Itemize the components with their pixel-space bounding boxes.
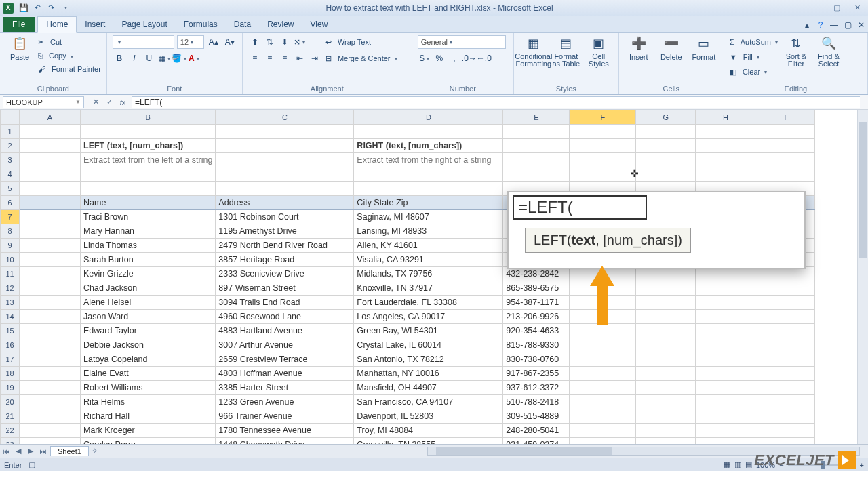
workbook-close-icon[interactable]: ✕: [854, 18, 868, 32]
cell-A10[interactable]: [20, 253, 81, 267]
cell-E14[interactable]: 213-206-9926: [503, 310, 570, 324]
cell-G12[interactable]: [636, 281, 696, 296]
cell-D18[interactable]: Manhattan, NY 10016: [354, 367, 503, 381]
cell-F3[interactable]: [570, 153, 636, 167]
new-sheet-icon[interactable]: ✧: [89, 447, 101, 455]
cell-A5[interactable]: [20, 182, 81, 196]
cell-B16[interactable]: Debbie Jackson: [81, 338, 216, 352]
tab-nav-first-icon[interactable]: ⏮: [0, 447, 12, 455]
cell-D22[interactable]: Troy, MI 48084: [354, 424, 503, 438]
cell-D13[interactable]: Fort Lauderdale, FL 33308: [354, 296, 503, 310]
cell-I19[interactable]: [755, 381, 815, 395]
cell-H1[interactable]: [696, 125, 755, 139]
cell-H18[interactable]: [696, 367, 755, 381]
decrease-decimal-icon[interactable]: ←.0: [477, 52, 491, 65]
border-button[interactable]: ▦: [157, 52, 171, 65]
row-header-10[interactable]: 10: [1, 253, 20, 267]
cell-C20[interactable]: 1233 Green Avenue: [216, 395, 354, 409]
cell-C15[interactable]: 4883 Hartland Avenue: [216, 324, 354, 338]
row-header-14[interactable]: 14: [1, 310, 20, 324]
increase-indent-icon[interactable]: ⇥: [308, 52, 321, 65]
col-header-H[interactable]: H: [696, 110, 755, 125]
row-header-11[interactable]: 11: [1, 267, 20, 281]
restore-icon[interactable]: ▢: [829, 3, 845, 14]
cell-H2[interactable]: [696, 139, 755, 153]
cell-D15[interactable]: Green Bay, WI 54301: [354, 324, 503, 338]
cell-H19[interactable]: [696, 381, 755, 395]
cell-C16[interactable]: 3007 Arthur Avenue: [216, 338, 354, 352]
conditional-formatting-button[interactable]: ▦Conditional Formatting: [519, 35, 548, 68]
cut-button[interactable]: ✂ Cut: [38, 35, 101, 49]
fill-color-button[interactable]: 🪣: [172, 52, 186, 65]
row-header-20[interactable]: 20: [1, 395, 20, 409]
cell-A18[interactable]: [20, 367, 81, 381]
paste-button[interactable]: 📋 Paste: [5, 35, 34, 61]
cell-G16[interactable]: [636, 338, 696, 352]
row-header-7[interactable]: 7: [1, 210, 20, 224]
align-left-icon[interactable]: ≡: [248, 52, 262, 65]
cell-H22[interactable]: [696, 424, 755, 438]
align-right-icon[interactable]: ≡: [278, 52, 292, 65]
tab-home[interactable]: Home: [37, 16, 77, 33]
fx-icon[interactable]: fx: [117, 96, 129, 108]
cell-E12[interactable]: 865-389-6575: [503, 281, 570, 296]
find-select-button[interactable]: 🔍Find & Select: [814, 35, 843, 68]
delete-cells-button[interactable]: ➖Delete: [657, 35, 686, 61]
tab-insert[interactable]: Insert: [77, 17, 113, 32]
cell-D4[interactable]: [354, 167, 503, 182]
currency-icon[interactable]: $: [418, 52, 431, 65]
cell-I13[interactable]: [755, 296, 815, 310]
cell-C1[interactable]: [216, 125, 354, 139]
italic-button[interactable]: I: [127, 52, 141, 65]
cell-E22[interactable]: 248-280-5041: [503, 424, 570, 438]
col-header-G[interactable]: G: [636, 110, 696, 125]
cell-G18[interactable]: [636, 367, 696, 381]
cell-B4[interactable]: [81, 167, 216, 182]
cell-C3[interactable]: [216, 153, 354, 167]
cell-D19[interactable]: Mansfield, OH 44907: [354, 381, 503, 395]
row-header-8[interactable]: 8: [1, 224, 20, 239]
clear-button[interactable]: ◧ Clear: [730, 65, 778, 79]
cell-C2[interactable]: [216, 139, 354, 153]
cell-A19[interactable]: [20, 381, 81, 395]
row-header-12[interactable]: 12: [1, 281, 20, 296]
cell-B21[interactable]: Richard Hall: [81, 409, 216, 424]
row-header-9[interactable]: 9: [1, 239, 20, 253]
workbook-minimize-icon[interactable]: —: [827, 18, 841, 32]
cell-D1[interactable]: [354, 125, 503, 139]
row-header-15[interactable]: 15: [1, 324, 20, 338]
row-header-3[interactable]: 3: [1, 153, 20, 167]
view-layout-icon[interactable]: ▥: [734, 460, 741, 469]
cell-I2[interactable]: [755, 139, 815, 153]
cell-B14[interactable]: Jason Ward: [81, 310, 216, 324]
close-icon[interactable]: ✕: [849, 3, 865, 14]
cell-G21[interactable]: [636, 409, 696, 424]
format-cells-button[interactable]: ▭Format: [690, 35, 718, 61]
select-all-corner[interactable]: [1, 110, 20, 125]
cell-B18[interactable]: Elaine Evatt: [81, 367, 216, 381]
cell-I14[interactable]: [755, 310, 815, 324]
tab-page-layout[interactable]: Page Layout: [113, 17, 175, 32]
cell-H17[interactable]: [696, 352, 755, 367]
cell-C14[interactable]: 4960 Rosewood Lane: [216, 310, 354, 324]
macro-record-icon[interactable]: ▢: [28, 460, 35, 469]
row-header-21[interactable]: 21: [1, 409, 20, 424]
row-header-2[interactable]: 2: [1, 139, 20, 153]
autosum-button[interactable]: Σ AutoSum: [730, 35, 778, 49]
align-middle-icon[interactable]: ⇅: [263, 35, 277, 49]
cell-D5[interactable]: [354, 182, 503, 196]
bold-button[interactable]: B: [113, 52, 126, 65]
help-icon[interactable]: ?: [814, 18, 827, 32]
decrease-font-icon[interactable]: A▾: [223, 35, 237, 49]
minimize-icon[interactable]: —: [808, 3, 825, 14]
row-header-4[interactable]: 4: [1, 167, 20, 182]
row-header-6[interactable]: 6: [1, 196, 20, 210]
cell-B8[interactable]: Mary Hannan: [81, 224, 216, 239]
font-name-select[interactable]: [113, 35, 174, 49]
cancel-formula-icon[interactable]: ✕: [90, 96, 102, 108]
tab-view[interactable]: View: [302, 17, 336, 32]
cell-C21[interactable]: 966 Trainer Avenue: [216, 409, 354, 424]
cell-A1[interactable]: [20, 125, 81, 139]
cell-E4[interactable]: [503, 167, 570, 182]
tab-data[interactable]: Data: [226, 17, 259, 32]
